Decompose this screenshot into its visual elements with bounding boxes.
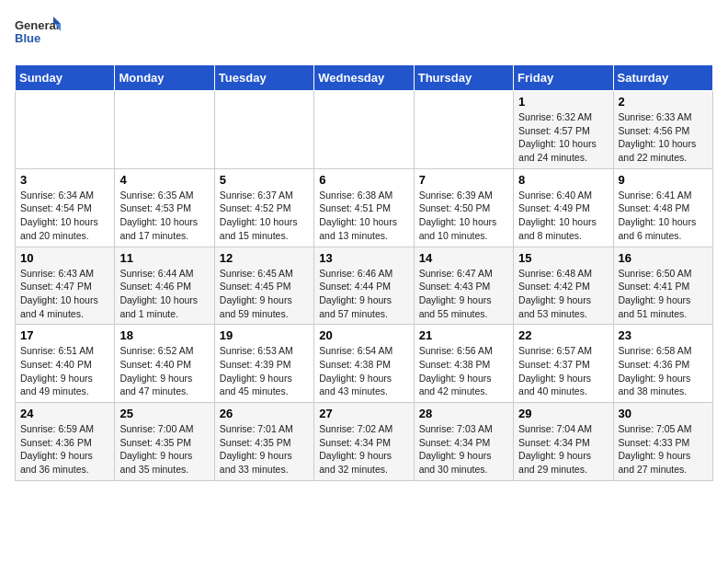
weekday-header: Friday [514, 65, 613, 91]
day-info: Sunrise: 6:32 AMSunset: 4:57 PMDaylight:… [518, 110, 608, 165]
day-info: Sunrise: 6:40 AMSunset: 4:49 PMDaylight:… [518, 189, 608, 243]
page-header: General Blue [15, 15, 713, 53]
day-info: Sunrise: 6:48 AMSunset: 4:42 PMDaylight:… [518, 267, 608, 321]
day-number: 16 [619, 251, 708, 265]
calendar-cell [314, 91, 414, 169]
day-info: Sunrise: 7:05 AMSunset: 4:33 PMDaylight:… [619, 422, 708, 477]
calendar-cell: 14Sunrise: 6:47 AMSunset: 4:43 PMDayligh… [414, 247, 513, 325]
calendar-cell: 11Sunrise: 6:44 AMSunset: 4:46 PMDayligh… [115, 247, 214, 325]
calendar-cell: 18Sunrise: 6:52 AMSunset: 4:40 PMDayligh… [115, 325, 214, 403]
day-number: 4 [119, 173, 209, 187]
weekday-header: Thursday [414, 65, 513, 91]
day-info: Sunrise: 6:50 AMSunset: 4:41 PMDaylight:… [619, 267, 708, 321]
day-info: Sunrise: 6:54 AMSunset: 4:38 PMDaylight:… [319, 344, 408, 398]
logo: General Blue [15, 15, 61, 53]
calendar-cell: 7Sunrise: 6:39 AMSunset: 4:50 PMDaylight… [414, 168, 513, 247]
day-info: Sunrise: 7:00 AMSunset: 4:35 PMDaylight:… [119, 422, 209, 477]
calendar-cell: 27Sunrise: 7:02 AMSunset: 4:34 PMDayligh… [314, 403, 414, 481]
day-number: 29 [518, 407, 608, 420]
calendar-cell: 3Sunrise: 6:34 AMSunset: 4:54 PMDaylight… [16, 168, 115, 247]
calendar-cell: 25Sunrise: 7:00 AMSunset: 4:35 PMDayligh… [115, 403, 214, 481]
calendar-cell: 29Sunrise: 7:04 AMSunset: 4:34 PMDayligh… [514, 403, 613, 481]
day-number: 6 [319, 173, 408, 187]
day-number: 17 [20, 328, 109, 342]
day-info: Sunrise: 6:44 AMSunset: 4:46 PMDaylight:… [119, 267, 209, 321]
calendar-cell: 16Sunrise: 6:50 AMSunset: 4:41 PMDayligh… [613, 247, 712, 325]
calendar-table: SundayMondayTuesdayWednesdayThursdayFrid… [15, 64, 713, 481]
calendar-cell: 8Sunrise: 6:40 AMSunset: 4:49 PMDaylight… [514, 168, 613, 247]
day-info: Sunrise: 6:38 AMSunset: 4:51 PMDaylight:… [319, 189, 408, 243]
calendar-week-row: 1Sunrise: 6:32 AMSunset: 4:57 PMDaylight… [16, 91, 713, 169]
day-number: 1 [518, 95, 608, 109]
calendar-week-row: 24Sunrise: 6:59 AMSunset: 4:36 PMDayligh… [16, 403, 713, 481]
calendar-cell: 21Sunrise: 6:56 AMSunset: 4:38 PMDayligh… [414, 325, 513, 403]
svg-text:Blue: Blue [15, 31, 40, 45]
calendar-cell: 22Sunrise: 6:57 AMSunset: 4:37 PMDayligh… [514, 325, 613, 403]
calendar-cell: 24Sunrise: 6:59 AMSunset: 4:36 PMDayligh… [16, 403, 115, 481]
day-info: Sunrise: 6:47 AMSunset: 4:43 PMDaylight:… [419, 267, 508, 321]
day-number: 15 [518, 251, 608, 265]
day-info: Sunrise: 7:02 AMSunset: 4:34 PMDaylight:… [319, 422, 408, 477]
calendar-cell: 4Sunrise: 6:35 AMSunset: 4:53 PMDaylight… [115, 168, 214, 247]
calendar-cell [115, 91, 214, 169]
calendar-cell: 2Sunrise: 6:33 AMSunset: 4:56 PMDaylight… [613, 91, 712, 169]
calendar-week-row: 17Sunrise: 6:51 AMSunset: 4:40 PMDayligh… [16, 325, 713, 403]
weekday-header: Sunday [16, 65, 115, 91]
day-number: 20 [319, 328, 408, 342]
day-info: Sunrise: 6:33 AMSunset: 4:56 PMDaylight:… [619, 110, 708, 165]
day-info: Sunrise: 6:43 AMSunset: 4:47 PMDaylight:… [20, 267, 109, 321]
day-info: Sunrise: 6:59 AMSunset: 4:36 PMDaylight:… [20, 422, 109, 477]
day-number: 25 [119, 407, 209, 420]
calendar-cell: 20Sunrise: 6:54 AMSunset: 4:38 PMDayligh… [314, 325, 414, 403]
day-number: 21 [419, 328, 508, 342]
day-info: Sunrise: 6:58 AMSunset: 4:36 PMDaylight:… [619, 344, 708, 398]
day-number: 5 [220, 173, 309, 187]
calendar-cell: 13Sunrise: 6:46 AMSunset: 4:44 PMDayligh… [314, 247, 414, 325]
day-number: 11 [119, 251, 209, 265]
day-info: Sunrise: 6:51 AMSunset: 4:40 PMDaylight:… [20, 344, 109, 398]
weekday-header: Tuesday [214, 65, 313, 91]
day-info: Sunrise: 6:56 AMSunset: 4:38 PMDaylight:… [419, 344, 508, 398]
calendar-week-row: 10Sunrise: 6:43 AMSunset: 4:47 PMDayligh… [16, 247, 713, 325]
day-number: 13 [319, 251, 408, 265]
day-info: Sunrise: 6:37 AMSunset: 4:52 PMDaylight:… [220, 189, 309, 243]
day-number: 27 [319, 407, 408, 420]
day-number: 28 [419, 407, 508, 420]
day-number: 26 [220, 407, 309, 420]
day-info: Sunrise: 6:41 AMSunset: 4:48 PMDaylight:… [619, 189, 708, 243]
day-number: 23 [619, 328, 708, 342]
calendar-cell: 10Sunrise: 6:43 AMSunset: 4:47 PMDayligh… [16, 247, 115, 325]
calendar-cell [414, 91, 513, 169]
day-number: 3 [20, 173, 109, 187]
calendar-cell: 23Sunrise: 6:58 AMSunset: 4:36 PMDayligh… [613, 325, 712, 403]
weekday-header: Monday [115, 65, 214, 91]
day-info: Sunrise: 7:01 AMSunset: 4:35 PMDaylight:… [220, 422, 309, 477]
calendar-cell: 15Sunrise: 6:48 AMSunset: 4:42 PMDayligh… [514, 247, 613, 325]
calendar-cell: 26Sunrise: 7:01 AMSunset: 4:35 PMDayligh… [214, 403, 313, 481]
calendar-cell: 6Sunrise: 6:38 AMSunset: 4:51 PMDaylight… [314, 168, 414, 247]
calendar-cell: 9Sunrise: 6:41 AMSunset: 4:48 PMDaylight… [613, 168, 712, 247]
day-info: Sunrise: 6:34 AMSunset: 4:54 PMDaylight:… [20, 189, 109, 243]
calendar-cell: 1Sunrise: 6:32 AMSunset: 4:57 PMDaylight… [514, 91, 613, 169]
day-number: 18 [119, 328, 209, 342]
calendar-cell [16, 91, 115, 169]
calendar-cell: 17Sunrise: 6:51 AMSunset: 4:40 PMDayligh… [16, 325, 115, 403]
calendar-cell: 19Sunrise: 6:53 AMSunset: 4:39 PMDayligh… [214, 325, 313, 403]
calendar-cell: 12Sunrise: 6:45 AMSunset: 4:45 PMDayligh… [214, 247, 313, 325]
weekday-header: Wednesday [314, 65, 414, 91]
calendar-week-row: 3Sunrise: 6:34 AMSunset: 4:54 PMDaylight… [16, 168, 713, 247]
day-number: 7 [419, 173, 508, 187]
day-info: Sunrise: 6:52 AMSunset: 4:40 PMDaylight:… [119, 344, 209, 398]
day-info: Sunrise: 6:35 AMSunset: 4:53 PMDaylight:… [119, 189, 209, 243]
calendar-cell: 5Sunrise: 6:37 AMSunset: 4:52 PMDaylight… [214, 168, 313, 247]
calendar-cell: 28Sunrise: 7:03 AMSunset: 4:34 PMDayligh… [414, 403, 513, 481]
day-info: Sunrise: 6:45 AMSunset: 4:45 PMDaylight:… [220, 267, 309, 321]
day-info: Sunrise: 6:57 AMSunset: 4:37 PMDaylight:… [518, 344, 608, 398]
day-info: Sunrise: 7:04 AMSunset: 4:34 PMDaylight:… [518, 422, 608, 477]
day-number: 8 [518, 173, 608, 187]
day-info: Sunrise: 6:46 AMSunset: 4:44 PMDaylight:… [319, 267, 408, 321]
day-info: Sunrise: 7:03 AMSunset: 4:34 PMDaylight:… [419, 422, 508, 477]
day-number: 24 [20, 407, 109, 420]
day-number: 10 [20, 251, 109, 265]
weekday-header: Saturday [613, 65, 712, 91]
